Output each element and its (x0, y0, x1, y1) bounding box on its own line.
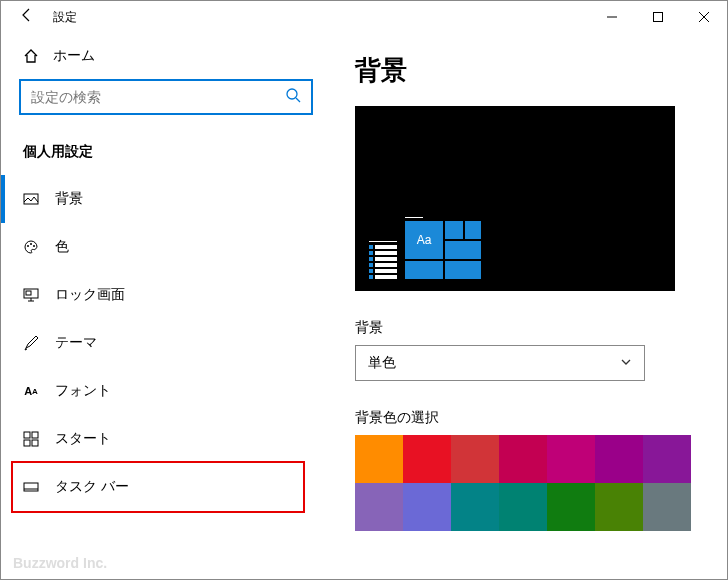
svg-rect-1 (654, 13, 663, 22)
color-swatch[interactable] (451, 483, 499, 531)
sidebar-item-label: 背景 (55, 190, 83, 208)
svg-rect-14 (24, 432, 30, 438)
svg-line-3 (699, 12, 709, 22)
sidebar-section-header: 個人用設定 (1, 115, 331, 175)
search-icon (285, 87, 301, 107)
sidebar-item-label: スタート (55, 430, 111, 448)
svg-rect-15 (32, 432, 38, 438)
color-swatch[interactable] (643, 483, 691, 531)
sidebar-item-label: フォント (55, 382, 111, 400)
sidebar-item-label: ロック画面 (55, 286, 125, 304)
close-button[interactable] (681, 1, 727, 33)
window-title: 設定 (45, 9, 589, 26)
svg-rect-11 (26, 291, 31, 295)
color-swatch[interactable] (355, 435, 403, 483)
monitor-icon (23, 287, 39, 303)
color-grid (355, 435, 691, 531)
page-heading: 背景 (355, 53, 703, 88)
background-dropdown-label: 背景 (355, 319, 703, 337)
svg-line-5 (296, 98, 300, 102)
home-icon (23, 48, 53, 64)
sidebar: ホーム 個人用設定 背景色ロック画面テーマAAフォントスタートタスク バー (1, 33, 331, 579)
sidebar-home-label: ホーム (53, 47, 95, 65)
color-swatch[interactable] (499, 435, 547, 483)
color-swatch[interactable] (595, 435, 643, 483)
svg-rect-17 (32, 440, 38, 446)
color-swatch[interactable] (643, 435, 691, 483)
search-box[interactable] (19, 79, 313, 115)
sidebar-item-label: テーマ (55, 334, 97, 352)
background-dropdown-value: 単色 (368, 354, 396, 372)
svg-rect-18 (24, 483, 38, 491)
sidebar-item-monitor[interactable]: ロック画面 (1, 271, 331, 319)
background-dropdown[interactable]: 単色 (355, 345, 645, 381)
search-input[interactable] (31, 89, 285, 105)
settings-window: 設定 ホーム 個人用設定 (0, 0, 728, 580)
sidebar-home[interactable]: ホーム (1, 33, 331, 79)
sidebar-item-taskbar[interactable]: タスク バー (1, 463, 331, 511)
maximize-button[interactable] (635, 1, 681, 33)
brush-icon (23, 335, 39, 351)
preview-sample-text: Aa (405, 221, 443, 259)
svg-rect-16 (24, 440, 30, 446)
color-swatch[interactable] (403, 483, 451, 531)
sidebar-item-font[interactable]: AAフォント (1, 367, 331, 415)
color-section-label: 背景色の選択 (355, 409, 703, 427)
palette-icon (23, 239, 39, 255)
color-swatch[interactable] (595, 483, 643, 531)
grid-icon (23, 431, 39, 447)
color-swatch[interactable] (547, 435, 595, 483)
taskbar-icon (23, 479, 39, 495)
sidebar-item-image[interactable]: 背景 (1, 175, 331, 223)
back-button[interactable] (9, 7, 45, 27)
minimize-button[interactable] (589, 1, 635, 33)
sidebar-item-brush[interactable]: テーマ (1, 319, 331, 367)
background-preview: Aa (355, 106, 675, 291)
font-icon: AA (23, 383, 39, 399)
sidebar-item-label: 色 (55, 238, 69, 256)
svg-point-7 (27, 245, 29, 247)
sidebar-item-palette[interactable]: 色 (1, 223, 331, 271)
color-swatch[interactable] (403, 435, 451, 483)
svg-point-4 (287, 89, 297, 99)
sidebar-item-label: タスク バー (55, 478, 129, 496)
color-swatch[interactable] (451, 435, 499, 483)
window-controls (589, 1, 727, 33)
image-icon (23, 191, 39, 207)
color-swatch[interactable] (547, 483, 595, 531)
titlebar: 設定 (1, 1, 727, 33)
watermark: Buzzword Inc. (13, 555, 107, 571)
content-area: 背景 Aa (331, 33, 727, 579)
svg-point-9 (33, 245, 35, 247)
svg-point-8 (30, 243, 32, 245)
svg-line-2 (699, 12, 709, 22)
color-swatch[interactable] (355, 483, 403, 531)
sidebar-item-grid[interactable]: スタート (1, 415, 331, 463)
color-swatch[interactable] (499, 483, 547, 531)
chevron-down-icon (620, 355, 632, 371)
